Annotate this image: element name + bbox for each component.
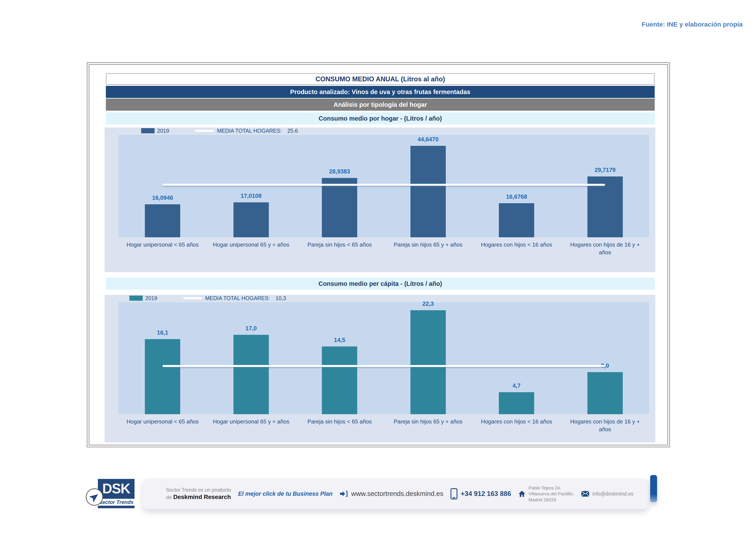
- bar-value-label: 16,0946: [118, 195, 207, 201]
- bar: [145, 204, 180, 237]
- chart2-legend: 2019 MEDIA TOTAL HOGARES: 10,3: [105, 295, 655, 301]
- legend-media-line-swatch: [195, 130, 214, 132]
- category-label: Hogar unipersonal 65 y + años: [207, 418, 296, 434]
- bar-column: 16,6768: [472, 135, 561, 237]
- chart2-section-title: Consumo medio per cápita - (Litros / año…: [106, 278, 655, 290]
- bar-value-label: 16,6768: [472, 193, 561, 200]
- category-label: Hogares con hijos de 16 y + años: [561, 241, 650, 257]
- legend-series-swatch: [141, 128, 154, 133]
- bar-column: 16,0946: [118, 135, 207, 237]
- chart1-plot-area: 16,094617,010828,938344,647016,676829,71…: [118, 135, 649, 237]
- footer-email-text: info@deskmind.es: [592, 491, 633, 497]
- bar-column: 4,7: [472, 302, 561, 414]
- bar-value-label: 29,7179: [561, 167, 650, 173]
- media-total-line: [163, 365, 605, 367]
- footer-website: www.sectortrends.deskmind.es: [339, 490, 443, 498]
- footer-address: Pablo Tejera 24. Villanueva del Pardillo…: [518, 485, 574, 503]
- footer: Sector Trends es un producto de Deskmind…: [142, 478, 648, 509]
- bar-column: 17,0: [207, 302, 296, 414]
- bar-column: 29,7179: [561, 135, 650, 237]
- footer-product-block: Sector Trends es un producto de Deskmind…: [166, 487, 231, 501]
- bar-value-label: 14,5: [295, 337, 384, 344]
- footer-product-line1: Sector Trends es un producto: [166, 487, 231, 493]
- category-label: Pareja sin hijos < 65 años: [295, 418, 384, 434]
- category-label: Pareja sin hijos 65 y + años: [384, 418, 472, 434]
- footer-email: info@deskmind.es: [581, 491, 633, 497]
- dsk-logo-strip: [98, 506, 135, 508]
- bar: [233, 335, 269, 414]
- chart-consumo-per-capita: 2019 MEDIA TOTAL HOGARES: 10,3 16,117,01…: [105, 295, 655, 442]
- envelope-icon: [581, 491, 589, 497]
- source-note: Fuente: INE y elaboración propia: [642, 21, 742, 28]
- bar-value-label: 4,7: [472, 382, 561, 389]
- footer-product-line2: de Deskmind Research: [166, 493, 231, 501]
- report-panel-inner: CONSUMO MEDIO ANUAL (Litros al año) Prod…: [89, 64, 668, 445]
- media-total-line: [163, 184, 605, 186]
- chart-consumo-por-hogar: 2019 MEDIA TOTAL HOGARES: 25.6 16,094617…: [105, 127, 655, 272]
- legend-series-swatch: [129, 296, 143, 301]
- bar-column: 9,0: [561, 302, 650, 414]
- bar-column: 16,1: [118, 302, 207, 414]
- bar: [322, 178, 357, 237]
- footer-phone-text: +34 912 163 886: [461, 490, 511, 498]
- category-label: Hogares con hijos < 16 años: [472, 418, 561, 434]
- bar-column: 28,9383: [295, 135, 384, 237]
- bar-column: 22,3: [384, 302, 472, 414]
- footer-phone: +34 912 163 886: [450, 488, 511, 500]
- bar: [233, 202, 269, 237]
- chart1-legend: 2019 MEDIA TOTAL HOGARES: 25.6: [105, 127, 655, 134]
- dsk-logo-banner: Sector Trends: [98, 498, 135, 506]
- bar: [322, 347, 357, 414]
- bar-value-label: 22,3: [384, 300, 472, 307]
- analysis-subtitle: Análisis por tipología del hogar: [106, 99, 655, 111]
- footer-company-name: Deskmind Research: [173, 493, 231, 500]
- footer-accent-tab: [650, 475, 657, 502]
- category-label: Hogares con hijos < 16 años: [472, 241, 561, 257]
- chart2-plot-area: 16,117,014,522,34,79,0: [118, 302, 649, 414]
- report-title: CONSUMO MEDIO ANUAL (Litros al año): [106, 73, 655, 85]
- paper-plane-icon: [86, 489, 103, 506]
- footer-tagline: El mejor click de tu Business Plan: [238, 491, 333, 497]
- footer-website-text: www.sectortrends.deskmind.es: [351, 490, 443, 498]
- bar-column: 14,5: [295, 302, 384, 414]
- product-subtitle: Producto analizado: Vinos de uva y otras…: [106, 86, 655, 98]
- bar-value-label: 16,1: [118, 329, 207, 336]
- legend-media-value: 25.6: [287, 128, 298, 134]
- chart1-category-axis: Hogar unipersonal < 65 añosHogar unipers…: [118, 237, 649, 257]
- report-panel: CONSUMO MEDIO ANUAL (Litros al año) Prod…: [87, 62, 670, 447]
- mobile-phone-icon: [450, 488, 458, 500]
- chart1-section-title: Consumo medio por hogar - (Litros / año): [106, 112, 655, 125]
- header-rows: CONSUMO MEDIO ANUAL (Litros al año) Prod…: [106, 73, 655, 111]
- bar: [499, 203, 534, 237]
- arrow-right-icon: [339, 490, 348, 497]
- legend-media-line-swatch: [183, 297, 202, 299]
- legend-series-label: 2019: [157, 128, 169, 134]
- dsk-logo: DSK Sector Trends: [86, 479, 136, 509]
- bar-value-label: 17,0108: [207, 193, 296, 199]
- bar-column: 17,0108: [207, 135, 296, 237]
- legend-media-label: MEDIA TOTAL HOGARES:: [217, 128, 282, 134]
- bar-value-label: 28,9383: [295, 168, 384, 175]
- bar-value-label: 44,6470: [384, 136, 472, 143]
- report-page: Fuente: INE y elaboración propia CONSUMO…: [0, 0, 756, 535]
- legend-series-label: 2019: [145, 295, 157, 301]
- bar-column: 44,6470: [384, 135, 472, 237]
- category-label: Hogares con hijos de 16 y + años: [561, 418, 650, 434]
- bar-value-label: 17,0: [207, 325, 296, 332]
- bar: [411, 310, 446, 414]
- bar: [145, 339, 180, 414]
- home-icon: [518, 490, 526, 497]
- footer-address-lines: Pablo Tejera 24. Villanueva del Pardillo…: [528, 485, 574, 503]
- bar: [587, 372, 623, 414]
- bar: [411, 146, 446, 237]
- category-label: Hogar unipersonal 65 y + años: [207, 241, 296, 257]
- category-label: Pareja sin hijos 65 y + años: [384, 241, 472, 257]
- category-label: Hogar unipersonal < 65 años: [118, 241, 207, 257]
- legend-media-value: 10,3: [276, 295, 286, 301]
- category-label: Pareja sin hijos < 65 años: [295, 241, 384, 257]
- chart2-category-axis: Hogar unipersonal < 65 añosHogar unipers…: [118, 414, 649, 434]
- legend-media-label: MEDIA TOTAL HOGARES:: [205, 295, 270, 301]
- dsk-logo-box: DSK: [98, 479, 135, 498]
- category-label: Hogar unipersonal < 65 años: [118, 418, 207, 434]
- bar: [499, 392, 534, 414]
